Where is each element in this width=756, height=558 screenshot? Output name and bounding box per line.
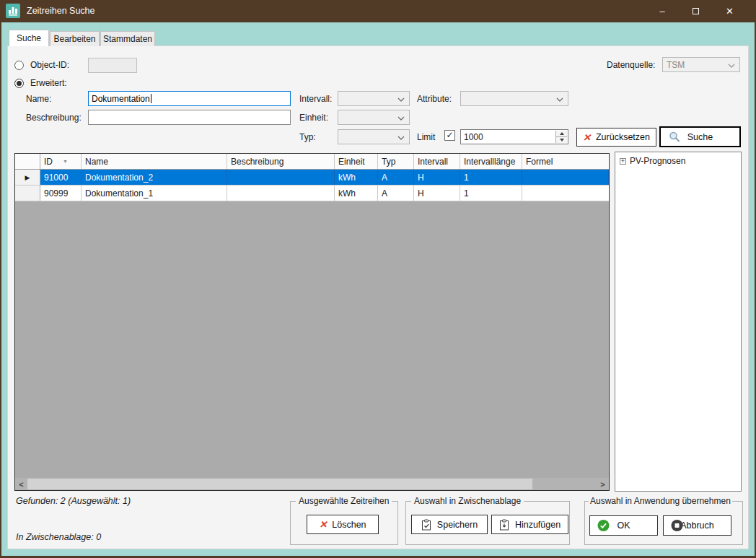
typ-label: Typ: — [299, 132, 316, 142]
intervall-select[interactable] — [338, 91, 410, 106]
scrollbar-thumb[interactable] — [27, 479, 532, 489]
chevron-down-icon — [556, 97, 563, 102]
clipboard-add-icon — [499, 519, 510, 531]
name-label: Name: — [26, 94, 51, 104]
column-label: Einheit — [338, 157, 365, 167]
scroll-left-button[interactable]: < — [15, 478, 27, 490]
limit-checkbox[interactable]: ✓ — [444, 130, 455, 141]
column-header-einheit[interactable]: Einheit — [335, 154, 378, 169]
erweitert-label: Erweitert: — [30, 78, 67, 88]
maximize-icon — [693, 8, 699, 14]
ok-label: OK — [617, 520, 630, 531]
column-label: Beschreibung — [231, 157, 284, 167]
suche-button[interactable]: Suche — [659, 126, 741, 147]
tree-item-pv-prognosen[interactable]: + PV-Prognosen — [620, 156, 737, 166]
column-label: ID — [44, 157, 53, 167]
hinzufuegen-label: Hinzufügen — [515, 520, 561, 530]
tab-label: Suche — [17, 33, 41, 43]
cell-id: 91000 — [40, 170, 82, 185]
name-input[interactable]: Dokumentation — [88, 91, 291, 106]
tab-stammdaten[interactable]: Stammdaten — [100, 31, 155, 46]
limit-spinner — [555, 131, 567, 143]
scroll-left-icon: < — [19, 480, 23, 489]
speichern-button[interactable]: Speichern — [411, 515, 488, 534]
tab-bearbeiten[interactable]: Bearbeiten — [50, 31, 100, 46]
typ-select[interactable] — [338, 129, 410, 144]
column-header-intervall[interactable]: Intervall — [414, 154, 460, 169]
arrow-up-icon — [560, 132, 564, 135]
attribute-select[interactable] — [460, 91, 568, 106]
zuruecksetzen-button[interactable]: ✕ Zurücksetzen — [576, 128, 656, 147]
suche-label: Suche — [687, 132, 713, 142]
cell-formel — [522, 186, 609, 201]
cell-intervalllaenge: 1 — [460, 170, 522, 185]
abbruch-label: Abbruch — [680, 520, 714, 531]
found-status-text: Gefunden: 2 (Ausgewählt: 1) — [16, 496, 131, 506]
column-header-name[interactable]: Name — [82, 154, 227, 169]
ok-check-icon — [597, 520, 610, 532]
chevron-down-icon — [397, 97, 405, 102]
tree-expand-icon[interactable]: + — [620, 158, 626, 165]
object-id-label: Object-ID: — [30, 60, 69, 70]
table-row-selected[interactable]: ▶ 91000 Dokumentation_2 kWh A H 1 — [15, 170, 609, 186]
scroll-right-icon: > — [600, 480, 605, 489]
tree-item-label: PV-Prognosen — [630, 156, 685, 166]
column-label: Formel — [526, 157, 553, 167]
cell-id: 90999 — [40, 186, 82, 201]
spinner-up-button[interactable] — [556, 131, 567, 137]
column-header-intervalllaenge[interactable]: Intervalllänge — [460, 154, 522, 169]
clipboard-status-text: In Zwischenablage: 0 — [16, 532, 101, 542]
loeschen-button[interactable]: ✕ Löschen — [307, 515, 379, 534]
name-value: Dokumentation — [92, 94, 150, 104]
category-tree-panel: + PV-Prognosen — [615, 152, 742, 492]
einheit-select[interactable] — [338, 110, 410, 125]
close-button[interactable]: ✕ — [713, 0, 747, 22]
tab-suche[interactable]: Suche — [9, 30, 49, 46]
column-label: Intervalllänge — [464, 157, 515, 167]
chevron-down-icon — [728, 64, 735, 68]
column-label: Typ — [382, 157, 395, 167]
text-cursor-caret — [151, 94, 151, 103]
cell-beschreibung — [227, 170, 335, 185]
spinner-down-button[interactable] — [556, 137, 567, 143]
ok-button[interactable]: OK — [589, 515, 658, 536]
window-title: Zeitreihen Suche — [27, 6, 95, 16]
maximize-button[interactable] — [679, 0, 713, 22]
attribute-label: Attribute: — [417, 94, 452, 104]
row-header-cell: ▶ — [15, 170, 40, 185]
cell-name: Dokumentation_1 — [82, 186, 227, 201]
scroll-right-button[interactable]: > — [597, 478, 609, 490]
row-selector-icon: ▶ — [25, 174, 30, 181]
erweitert-radio[interactable] — [14, 79, 24, 88]
column-header-id[interactable]: ID ▼ — [40, 154, 82, 169]
app-window: Zeitreihen Suche – ✕ Suche Bearbeiten St… — [0, 0, 756, 558]
limit-value: 1000 — [464, 132, 483, 142]
beschreibung-input[interactable] — [88, 110, 291, 125]
minimize-icon: – — [659, 6, 664, 17]
table-empty-area — [15, 201, 609, 478]
object-id-radio[interactable] — [14, 61, 24, 70]
datenquelle-value: TSM — [667, 60, 685, 70]
intervall-label: Intervall: — [299, 94, 332, 104]
stop-icon — [671, 520, 683, 532]
group-title: Auswahl in Anwendung übernehmen — [589, 496, 732, 506]
plus-icon: + — [621, 157, 625, 165]
column-header-typ[interactable]: Typ — [378, 154, 414, 169]
column-header-formel[interactable]: Formel — [522, 154, 609, 169]
table-row[interactable]: 90999 Dokumentation_1 kWh A H 1 — [15, 186, 609, 201]
minimize-button[interactable]: – — [646, 0, 679, 22]
cell-beschreibung — [227, 186, 335, 201]
horizontal-scrollbar[interactable]: < > — [15, 478, 609, 490]
abbruch-button[interactable]: Abbruch — [663, 515, 731, 536]
object-id-field[interactable] — [88, 58, 137, 73]
limit-input[interactable]: 1000 — [460, 129, 568, 144]
cell-typ: A — [378, 170, 414, 185]
clipboard-check-icon — [421, 519, 432, 531]
column-header-beschreibung[interactable]: Beschreibung — [227, 154, 335, 169]
hinzufuegen-button[interactable]: Hinzufügen — [491, 515, 568, 534]
zuruecksetzen-label: Zurücksetzen — [596, 132, 650, 142]
datenquelle-select[interactable]: TSM — [662, 57, 740, 72]
table-corner-cell[interactable] — [15, 154, 40, 169]
scrollbar-track[interactable] — [27, 478, 597, 490]
arrow-down-icon — [560, 139, 564, 141]
